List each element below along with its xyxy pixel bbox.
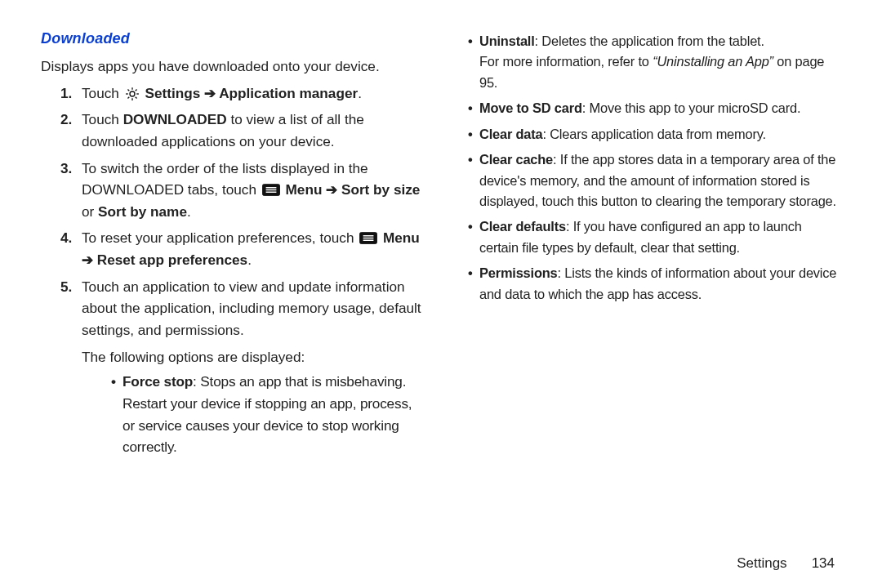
option-label: Move to SD card [479,100,582,115]
settings-icon [125,87,140,101]
option-text: : Move this app to your microSD card. [582,100,801,115]
step-number: 4. [60,227,72,249]
svg-line-8 [127,96,129,98]
svg-line-5 [127,89,129,91]
step-text: Touch an application to view and update … [82,278,421,338]
sort-by-size-label: Sort by size [341,181,420,198]
step-text: or [82,203,98,220]
xref-pre: For more information, refer to [479,54,653,69]
option-permissions: Permissions: Lists the kinds of informat… [468,263,841,305]
page-footer: Settings 134 [41,555,841,572]
svg-line-6 [135,96,136,98]
step-2: 2. Touch DOWNLOADED to view a list of al… [60,109,425,152]
settings-label: Settings [145,85,200,101]
sort-by-name-label: Sort by name [98,203,187,220]
step-3: 3. To switch the order of the lists disp… [60,158,425,223]
arrow-icon: ➔ [322,181,341,198]
option-label: Force stop [122,373,193,390]
option-force-stop: Force stop: Stops an app that is misbeha… [111,371,425,458]
right-column: Uninstall: Deletes the application from … [457,28,841,549]
menu-label: Menu [379,229,420,246]
step-text: Touch [82,85,123,101]
reset-prefs-label: Reset app preferences [97,252,247,268]
option-text: : Deletes the application from the table… [535,33,764,48]
two-column-layout: Downloaded Displays apps you have downlo… [41,28,841,549]
arrow-icon: ➔ [200,85,219,101]
left-column: Downloaded Displays apps you have downlo… [41,28,425,549]
section-heading: Downloaded [41,28,425,51]
svg-line-7 [135,89,136,91]
menu-label: Menu [282,181,323,198]
svg-point-0 [130,91,135,96]
options-list-right: Uninstall: Deletes the application from … [457,31,841,305]
options-list-left: Force stop: Stops an app that is misbeha… [82,371,425,458]
following-options-intro: The following options are displayed: [82,346,425,368]
step-end: . [187,203,191,220]
step-end: . [247,252,252,268]
option-text: : Clears application data from memory. [542,127,765,141]
option-label: Clear data [479,127,542,141]
page: Downloaded Displays apps you have downlo… [0,0,882,588]
section-intro: Displays apps you have downloaded onto y… [41,56,425,78]
option-label: Uninstall [479,33,535,48]
arrow-icon: ➔ [82,252,97,268]
step-end: . [358,85,362,101]
footer-page-number: 134 [812,555,835,572]
option-clear-defaults: Clear defaults: If you have configured a… [468,216,841,258]
step-4: 4. To reset your application preferences… [60,227,425,270]
option-uninstall: Uninstall: Deletes the application from … [468,31,841,93]
step-text: Touch [82,111,123,127]
step-number: 1. [60,82,72,105]
app-manager-label: Application manager [219,85,358,101]
step-number: 2. [60,109,72,131]
step-number: 3. [60,158,72,180]
step-1: 1. Touch [60,82,425,105]
option-clear-cache: Clear cache: If the app stores data in a… [468,149,841,212]
option-clear-data: Clear data: Clears application data from… [468,124,841,145]
option-label: Permissions [479,265,558,280]
option-label: Clear cache [479,152,553,167]
numbered-steps: 1. Touch [41,82,425,459]
menu-icon [359,232,377,244]
option-label: Clear defaults [479,219,566,234]
xref-title: “Uninstalling an App” [653,54,773,69]
option-move-sd: Move to SD card: Move this app to your m… [468,98,841,118]
step-5: 5. Touch an application to view and upda… [60,276,425,458]
cross-reference: For more information, refer to “Uninstal… [479,51,841,93]
downloaded-label: DOWNLOADED [123,111,227,127]
menu-icon [262,184,280,196]
step-text: To reset your application preferences, t… [82,229,358,246]
footer-chapter: Settings [737,555,786,572]
step-number: 5. [60,276,72,298]
